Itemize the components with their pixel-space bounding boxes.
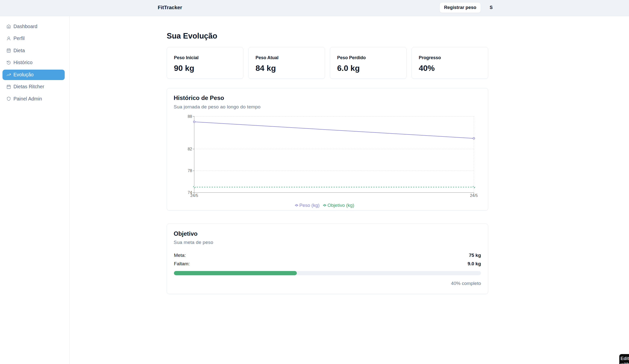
svg-text:88: 88 bbox=[188, 114, 192, 119]
svg-text:Objetivo (kg): Objetivo (kg) bbox=[327, 203, 354, 208]
svg-text:Peso (kg): Peso (kg) bbox=[299, 203, 319, 208]
svg-text:24/5: 24/5 bbox=[470, 193, 478, 198]
svg-text:78: 78 bbox=[188, 169, 192, 173]
svg-text:24/5: 24/5 bbox=[190, 193, 198, 198]
svg-text:82: 82 bbox=[188, 147, 192, 151]
